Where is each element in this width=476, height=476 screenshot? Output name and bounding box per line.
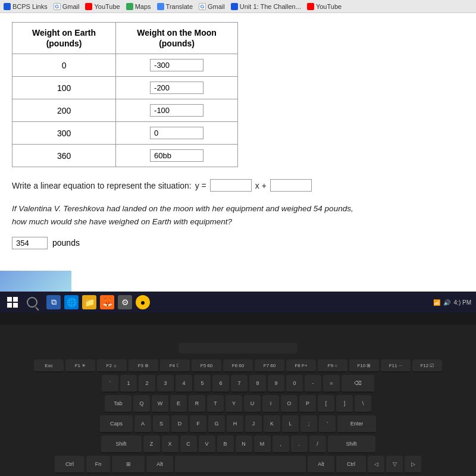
key-tab[interactable]: Tab xyxy=(105,395,131,413)
key-alt-right[interactable]: Alt xyxy=(308,456,334,474)
key-k[interactable]: K xyxy=(264,415,280,433)
key-2[interactable]: 2 xyxy=(139,375,155,393)
moon-input-3[interactable] xyxy=(116,99,238,122)
key-1[interactable]: 1 xyxy=(120,375,137,393)
moon-input-field-1[interactable] xyxy=(150,59,203,71)
moon-input-field-2[interactable] xyxy=(150,82,203,94)
key-f5[interactable]: F5 60 xyxy=(192,359,221,372)
key-w[interactable]: W xyxy=(152,395,168,413)
key-backspace[interactable]: ⌫ xyxy=(342,375,374,393)
key-down[interactable]: ▽ xyxy=(386,456,403,474)
key-f3[interactable]: F3 ⊚ xyxy=(129,359,158,372)
key-equals[interactable]: = xyxy=(323,375,340,393)
trackpad[interactable] xyxy=(178,343,298,353)
key-p[interactable]: P xyxy=(299,395,316,413)
key-d[interactable]: D xyxy=(171,415,188,433)
key-x[interactable]: X xyxy=(162,436,178,453)
key-shift-right[interactable]: Shift xyxy=(328,436,375,453)
answer-input[interactable] xyxy=(12,237,48,249)
key-6[interactable]: 6 xyxy=(212,375,229,393)
key-backtick[interactable]: ` xyxy=(102,375,118,393)
start-button[interactable] xyxy=(5,295,20,310)
key-l[interactable]: L xyxy=(282,415,299,433)
key-quote[interactable]: ' xyxy=(319,415,336,433)
key-4[interactable]: 4 xyxy=(176,375,192,393)
bookmark-translate[interactable]: Translate xyxy=(157,3,193,10)
key-a[interactable]: A xyxy=(134,415,151,433)
moon-input-field-5[interactable] xyxy=(150,149,203,162)
file-explorer-button[interactable]: 📁 xyxy=(82,295,96,309)
key-f7[interactable]: F7 60 xyxy=(255,359,284,372)
key-ctrl-right[interactable]: Ctrl xyxy=(336,456,366,474)
moon-input-2[interactable] xyxy=(116,77,238,99)
key-n[interactable]: N xyxy=(236,436,252,453)
key-f4[interactable]: F4 ☾ xyxy=(160,359,190,372)
key-minus[interactable]: - xyxy=(305,375,321,393)
key-q[interactable]: Q xyxy=(133,395,150,413)
key-m[interactable]: M xyxy=(254,436,271,453)
key-o[interactable]: O xyxy=(281,395,298,413)
key-0[interactable]: 0 xyxy=(286,375,303,393)
key-u[interactable]: U xyxy=(244,395,261,413)
key-fn[interactable]: Fn xyxy=(86,456,110,474)
key-f2[interactable]: F2 ☼ xyxy=(97,359,127,372)
edge-button[interactable]: 🌐 xyxy=(64,295,79,309)
key-backslash[interactable]: \ xyxy=(355,395,371,413)
key-semicolon[interactable]: ; xyxy=(300,415,317,433)
moon-input-field-4[interactable] xyxy=(150,127,203,139)
moon-input-5[interactable] xyxy=(116,145,238,167)
key-y[interactable]: Y xyxy=(226,395,242,413)
key-caps[interactable]: Caps xyxy=(100,415,133,433)
bookmark-gmail1[interactable]: G Gmail xyxy=(54,3,80,10)
key-f12[interactable]: F12 ☑ xyxy=(412,359,442,372)
key-rbracket[interactable]: ] xyxy=(336,395,353,413)
key-enter[interactable]: Enter xyxy=(337,415,376,433)
equation-input-1[interactable] xyxy=(210,179,252,192)
key-s[interactable]: S xyxy=(153,415,170,433)
key-g[interactable]: G xyxy=(208,415,225,433)
key-b[interactable]: B xyxy=(217,436,234,453)
task-view-button[interactable]: ⧉ xyxy=(46,295,61,309)
key-i[interactable]: I xyxy=(262,395,279,413)
key-5[interactable]: 5 xyxy=(194,375,211,393)
key-esc[interactable]: Esc xyxy=(34,359,64,372)
key-alt-left[interactable]: Alt xyxy=(146,456,173,474)
key-e[interactable]: E xyxy=(170,395,187,413)
key-shift-left[interactable]: Shift xyxy=(101,436,142,453)
key-3[interactable]: 3 xyxy=(157,375,174,393)
key-f[interactable]: F xyxy=(190,415,206,433)
key-z[interactable]: Z xyxy=(143,436,160,453)
chrome-button[interactable]: ● xyxy=(136,295,150,309)
key-slash[interactable]: / xyxy=(309,436,326,453)
bookmark-youtube1[interactable]: YouTube xyxy=(85,3,120,10)
key-lbracket[interactable]: [ xyxy=(318,395,334,413)
key-f6[interactable]: F6 60 xyxy=(223,359,253,372)
bookmark-unit[interactable]: Unit 1: The Challen... xyxy=(231,3,301,10)
key-period[interactable]: . xyxy=(291,436,308,453)
bookmark-youtube2[interactable]: YouTube xyxy=(307,3,342,10)
bookmark-bcps[interactable]: BCPS Links xyxy=(4,3,48,10)
key-f1[interactable]: F1 ☀ xyxy=(65,359,95,372)
key-comma[interactable]: , xyxy=(273,436,289,453)
key-7[interactable]: 7 xyxy=(231,375,248,393)
settings-button[interactable]: ⚙ xyxy=(118,295,132,309)
key-t[interactable]: T xyxy=(207,395,224,413)
key-ctrl-left[interactable]: Ctrl xyxy=(55,456,84,474)
firefox-button[interactable]: 🦊 xyxy=(100,295,114,309)
key-9[interactable]: 9 xyxy=(268,375,284,393)
bookmark-maps[interactable]: Maps xyxy=(126,3,151,10)
key-j[interactable]: J xyxy=(245,415,262,433)
moon-input-1[interactable] xyxy=(116,54,238,77)
key-win[interactable]: ⊞ xyxy=(112,456,145,474)
key-f11[interactable]: F11 ··· xyxy=(381,359,411,372)
key-space[interactable] xyxy=(175,456,306,474)
moon-input-field-3[interactable] xyxy=(150,104,203,117)
key-8[interactable]: 8 xyxy=(249,375,266,393)
key-f8[interactable]: F8 F+ xyxy=(286,359,316,372)
bookmark-gmail2[interactable]: G Gmail xyxy=(199,3,225,10)
key-h[interactable]: H xyxy=(227,415,243,433)
key-right[interactable]: ▷ xyxy=(405,456,421,474)
equation-input-2[interactable] xyxy=(270,179,312,192)
key-c[interactable]: C xyxy=(180,436,197,453)
key-r[interactable]: R xyxy=(189,395,205,413)
